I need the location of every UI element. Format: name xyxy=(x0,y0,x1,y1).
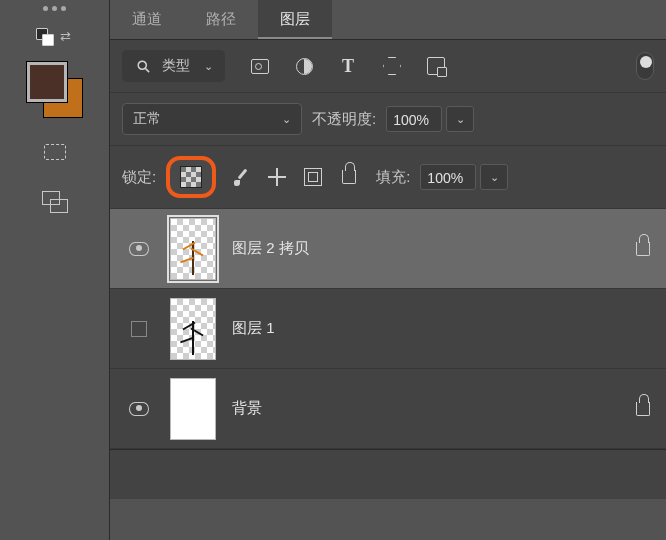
screenmode-tool[interactable] xyxy=(37,186,73,218)
filter-shape-icon[interactable] xyxy=(381,55,403,77)
default-colors-icon[interactable] xyxy=(38,30,52,44)
lock-label: 锁定: xyxy=(122,168,156,187)
filter-toggle[interactable] xyxy=(636,52,654,80)
search-icon xyxy=(132,55,154,77)
swap-colors-icon[interactable]: ⇄ xyxy=(60,29,71,44)
callout-highlight xyxy=(166,156,216,198)
visibility-eye-icon[interactable] xyxy=(129,402,149,416)
opacity-label: 不透明度: xyxy=(312,110,376,129)
lock-pixels-icon[interactable] xyxy=(230,166,252,188)
tab-paths[interactable]: 路径 xyxy=(184,0,258,39)
panel-tabs: 通道 路径 图层 xyxy=(110,0,666,40)
quickmask-tool[interactable] xyxy=(37,136,73,168)
layer-filter-label: 类型 xyxy=(162,57,190,75)
blend-mode-select[interactable]: 正常 ⌄ xyxy=(122,103,302,135)
svg-line-1 xyxy=(145,68,149,72)
layer-thumbnail[interactable] xyxy=(170,218,216,280)
chevron-down-icon: ⌄ xyxy=(490,171,499,184)
lock-icon xyxy=(636,242,650,256)
filter-smartobject-icon[interactable] xyxy=(425,55,447,77)
lock-position-icon[interactable] xyxy=(266,166,288,188)
layer-row[interactable]: 图层 2 拷贝 xyxy=(110,209,666,289)
panel-footer xyxy=(110,449,666,499)
tab-channels[interactable]: 通道 xyxy=(110,0,184,39)
visibility-eye-icon[interactable] xyxy=(129,242,149,256)
lock-icon xyxy=(636,402,650,416)
layer-row[interactable]: 背景 xyxy=(110,369,666,449)
layer-thumbnail[interactable] xyxy=(170,378,216,440)
visibility-off-icon[interactable] xyxy=(131,321,147,337)
layer-name[interactable]: 背景 xyxy=(232,399,618,418)
lock-all-icon[interactable] xyxy=(338,166,360,188)
filter-pixel-icon[interactable] xyxy=(249,55,271,77)
layer-row[interactable]: 图层 1 xyxy=(110,289,666,369)
layer-thumbnail[interactable] xyxy=(170,298,216,360)
fill-label: 填充: xyxy=(376,168,410,187)
layers-list: 图层 2 拷贝 图层 1 背景 xyxy=(110,209,666,449)
filter-adjustment-icon[interactable] xyxy=(293,55,315,77)
fill-input[interactable]: 100% xyxy=(420,164,476,190)
tools-sidebar: ⇄ xyxy=(0,0,110,540)
fill-dropdown[interactable]: ⌄ xyxy=(480,164,508,190)
panel-grip-icon[interactable] xyxy=(43,6,66,11)
chevron-down-icon: ⌄ xyxy=(282,113,291,126)
svg-point-0 xyxy=(138,61,146,69)
filter-type-icon[interactable]: T xyxy=(337,55,359,77)
opacity-input[interactable]: 100% xyxy=(386,106,442,132)
blend-mode-value: 正常 xyxy=(133,110,161,128)
lock-transparency-icon[interactable] xyxy=(180,166,202,188)
layer-name[interactable]: 图层 2 拷贝 xyxy=(232,239,618,258)
color-swatches[interactable] xyxy=(27,62,83,118)
layer-name[interactable]: 图层 1 xyxy=(232,319,618,338)
lock-artboard-icon[interactable] xyxy=(302,166,324,188)
chevron-down-icon: ⌄ xyxy=(456,113,465,126)
tab-layers[interactable]: 图层 xyxy=(258,0,332,39)
chevron-down-icon: ⌄ xyxy=(204,60,213,73)
foreground-color-swatch[interactable] xyxy=(27,62,67,102)
opacity-dropdown[interactable]: ⌄ xyxy=(446,106,474,132)
layer-filter-type[interactable]: 类型 ⌄ xyxy=(122,50,225,82)
